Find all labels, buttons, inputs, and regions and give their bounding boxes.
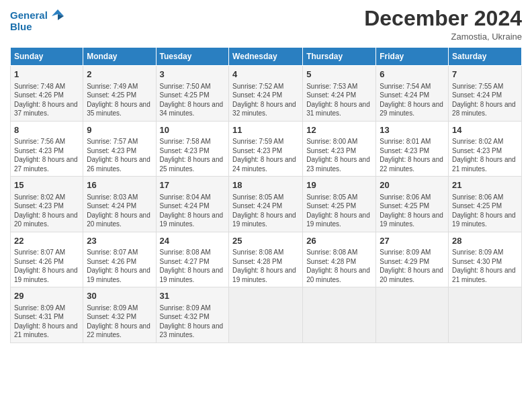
calendar-cell: 11Sunrise: 7:59 AMSunset: 4:23 PMDayligh… [229, 121, 303, 177]
weekday-header-saturday: Saturday [449, 48, 522, 66]
calendar-cell [449, 287, 522, 343]
day-number: 8 [14, 124, 79, 136]
header: General Blue December 2024 Zamostia, Ukr… [10, 7, 522, 42]
calendar-cell: 14Sunrise: 8:02 AMSunset: 4:23 PMDayligh… [449, 121, 522, 177]
day-info: Sunrise: 7:50 AMSunset: 4:25 PMDaylight:… [160, 82, 226, 118]
calendar-cell: 8Sunrise: 7:56 AMSunset: 4:23 PMDaylight… [11, 121, 83, 177]
weekday-header-thursday: Thursday [303, 48, 376, 66]
day-info: Sunrise: 8:00 AMSunset: 4:23 PMDaylight:… [306, 137, 372, 173]
calendar-week-5: 29Sunrise: 8:09 AMSunset: 4:31 PMDayligh… [11, 287, 522, 343]
day-number: 27 [380, 235, 445, 247]
day-info: Sunrise: 7:57 AMSunset: 4:23 PMDaylight:… [87, 137, 152, 173]
calendar-cell: 17Sunrise: 8:04 AMSunset: 4:24 PMDayligh… [156, 177, 229, 232]
day-info: Sunrise: 8:09 AMSunset: 4:32 PMDaylight:… [87, 304, 152, 340]
calendar-cell [376, 287, 449, 343]
calendar-week-2: 8Sunrise: 7:56 AMSunset: 4:23 PMDaylight… [11, 121, 522, 177]
calendar-cell [303, 287, 376, 343]
day-info: Sunrise: 8:01 AMSunset: 4:23 PMDaylight:… [380, 137, 445, 173]
day-info: Sunrise: 7:53 AMSunset: 4:24 PMDaylight:… [306, 82, 372, 118]
weekday-header-friday: Friday [376, 48, 449, 66]
calendar-cell: 27Sunrise: 8:09 AMSunset: 4:29 PMDayligh… [376, 232, 449, 287]
logo: General Blue [10, 7, 66, 32]
day-number: 6 [380, 68, 445, 81]
calendar-cell: 18Sunrise: 8:05 AMSunset: 4:24 PMDayligh… [229, 177, 303, 232]
day-number: 5 [306, 68, 372, 81]
logo-text: General [10, 10, 48, 21]
day-info: Sunrise: 8:07 AMSunset: 4:26 PMDaylight:… [87, 248, 152, 284]
day-info: Sunrise: 7:55 AMSunset: 4:24 PMDaylight:… [452, 82, 518, 118]
page: General Blue December 2024 Zamostia, Ukr… [0, 0, 532, 411]
calendar-week-1: 1Sunrise: 7:48 AMSunset: 4:26 PMDaylight… [11, 66, 522, 122]
day-number: 21 [452, 179, 518, 191]
day-info: Sunrise: 7:59 AMSunset: 4:23 PMDaylight:… [232, 137, 299, 173]
day-number: 7 [452, 68, 518, 81]
location: Zamostia, Ukraine [364, 32, 522, 42]
weekday-header-sunday: Sunday [11, 48, 83, 66]
day-number: 4 [232, 68, 299, 81]
day-info: Sunrise: 8:03 AMSunset: 4:24 PMDaylight:… [87, 193, 152, 229]
calendar-cell: 25Sunrise: 8:08 AMSunset: 4:28 PMDayligh… [229, 232, 303, 287]
calendar-cell: 2Sunrise: 7:49 AMSunset: 4:25 PMDaylight… [83, 66, 156, 122]
calendar-week-4: 22Sunrise: 8:07 AMSunset: 4:26 PMDayligh… [11, 232, 522, 287]
day-info: Sunrise: 8:08 AMSunset: 4:28 PMDaylight:… [232, 248, 299, 284]
day-number: 16 [87, 179, 152, 191]
day-number: 10 [160, 124, 226, 136]
day-info: Sunrise: 8:09 AMSunset: 4:30 PMDaylight:… [452, 248, 518, 284]
weekday-header-wednesday: Wednesday [229, 48, 303, 66]
day-number: 3 [160, 68, 226, 81]
day-number: 14 [452, 124, 518, 136]
calendar-cell: 30Sunrise: 8:09 AMSunset: 4:32 PMDayligh… [83, 287, 156, 343]
day-number: 18 [232, 179, 299, 191]
day-info: Sunrise: 7:58 AMSunset: 4:23 PMDaylight:… [160, 137, 226, 173]
day-number: 19 [306, 179, 372, 191]
calendar-cell: 10Sunrise: 7:58 AMSunset: 4:23 PMDayligh… [156, 121, 229, 177]
calendar-cell: 24Sunrise: 8:08 AMSunset: 4:27 PMDayligh… [156, 232, 229, 287]
day-info: Sunrise: 7:49 AMSunset: 4:25 PMDaylight:… [87, 82, 152, 118]
day-number: 28 [452, 235, 518, 247]
day-info: Sunrise: 7:56 AMSunset: 4:23 PMDaylight:… [14, 137, 79, 173]
calendar-cell: 13Sunrise: 8:01 AMSunset: 4:23 PMDayligh… [376, 121, 449, 177]
day-info: Sunrise: 8:06 AMSunset: 4:25 PMDaylight:… [380, 193, 445, 229]
calendar-cell: 5Sunrise: 7:53 AMSunset: 4:24 PMDaylight… [303, 66, 376, 122]
day-info: Sunrise: 8:05 AMSunset: 4:24 PMDaylight:… [232, 193, 299, 229]
day-info: Sunrise: 8:09 AMSunset: 4:31 PMDaylight:… [14, 304, 79, 340]
calendar-cell: 15Sunrise: 8:02 AMSunset: 4:23 PMDayligh… [11, 177, 83, 232]
day-info: Sunrise: 8:07 AMSunset: 4:26 PMDaylight:… [14, 248, 79, 284]
day-info: Sunrise: 8:06 AMSunset: 4:25 PMDaylight:… [452, 193, 518, 229]
calendar-table: SundayMondayTuesdayWednesdayThursdayFrid… [10, 47, 522, 343]
day-number: 29 [14, 290, 79, 302]
day-info: Sunrise: 8:04 AMSunset: 4:24 PMDaylight:… [160, 193, 226, 229]
calendar-cell: 26Sunrise: 8:08 AMSunset: 4:28 PMDayligh… [303, 232, 376, 287]
day-number: 31 [160, 290, 226, 302]
day-number: 25 [232, 235, 299, 247]
day-number: 24 [160, 235, 226, 247]
calendar-cell: 4Sunrise: 7:52 AMSunset: 4:24 PMDaylight… [229, 66, 303, 122]
calendar-cell: 12Sunrise: 8:00 AMSunset: 4:23 PMDayligh… [303, 121, 376, 177]
day-number: 13 [380, 124, 445, 136]
logo-bird-icon [49, 7, 66, 24]
weekday-header-tuesday: Tuesday [156, 48, 229, 66]
calendar-cell: 7Sunrise: 7:55 AMSunset: 4:24 PMDaylight… [449, 66, 522, 122]
day-number: 20 [380, 179, 445, 191]
day-number: 9 [87, 124, 152, 136]
day-number: 15 [14, 179, 79, 191]
calendar-cell: 23Sunrise: 8:07 AMSunset: 4:26 PMDayligh… [83, 232, 156, 287]
month-title: December 2024 [364, 7, 522, 30]
day-info: Sunrise: 8:08 AMSunset: 4:27 PMDaylight:… [160, 248, 226, 284]
day-info: Sunrise: 8:08 AMSunset: 4:28 PMDaylight:… [306, 248, 372, 284]
day-info: Sunrise: 8:02 AMSunset: 4:23 PMDaylight:… [14, 193, 79, 229]
day-info: Sunrise: 8:05 AMSunset: 4:25 PMDaylight:… [306, 193, 372, 229]
calendar-cell: 9Sunrise: 7:57 AMSunset: 4:23 PMDaylight… [83, 121, 156, 177]
day-number: 11 [232, 124, 299, 136]
calendar-cell: 21Sunrise: 8:06 AMSunset: 4:25 PMDayligh… [449, 177, 522, 232]
calendar-cell: 28Sunrise: 8:09 AMSunset: 4:30 PMDayligh… [449, 232, 522, 287]
calendar-cell: 31Sunrise: 8:09 AMSunset: 4:32 PMDayligh… [156, 287, 229, 343]
day-number: 17 [160, 179, 226, 191]
day-info: Sunrise: 7:52 AMSunset: 4:24 PMDaylight:… [232, 82, 299, 118]
calendar-header-row: SundayMondayTuesdayWednesdayThursdayFrid… [11, 48, 522, 66]
day-number: 23 [87, 235, 152, 247]
day-number: 12 [306, 124, 372, 136]
day-info: Sunrise: 7:54 AMSunset: 4:24 PMDaylight:… [380, 82, 445, 118]
calendar-cell: 22Sunrise: 8:07 AMSunset: 4:26 PMDayligh… [11, 232, 83, 287]
calendar-cell: 3Sunrise: 7:50 AMSunset: 4:25 PMDaylight… [156, 66, 229, 122]
